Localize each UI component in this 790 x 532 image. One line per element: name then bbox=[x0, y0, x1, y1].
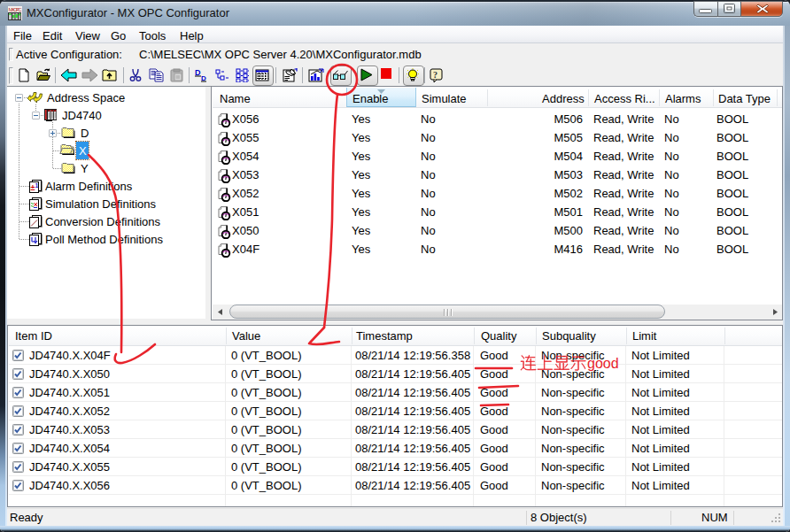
svg-text:1: 1 bbox=[35, 182, 39, 189]
svg-text:MXOPC: MXOPC bbox=[9, 7, 23, 12]
svg-text:?: ? bbox=[433, 70, 438, 80]
